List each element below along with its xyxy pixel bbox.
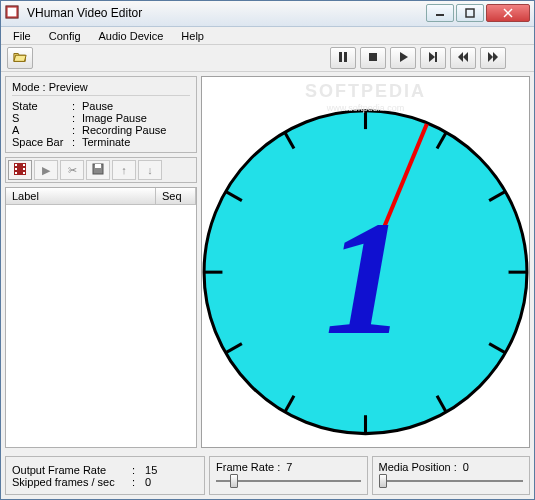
left-column: Mode : Preview State:Pause S:Image Pause… — [1, 72, 201, 452]
maximize-button[interactable] — [456, 4, 484, 22]
a-value: Recording Pause — [82, 124, 166, 136]
skipped-value: 0 — [145, 476, 151, 488]
rewind-button[interactable] — [450, 47, 476, 69]
svg-rect-18 — [15, 168, 17, 170]
media-pos-value: 0 — [463, 461, 469, 473]
pause-icon — [337, 51, 349, 65]
content-area: Mode : Preview State:Pause S:Image Pause… — [1, 72, 534, 452]
window-title: VHuman Video Editor — [27, 6, 426, 20]
bottom-bar: Output Frame Rate: 15 Skipped frames / s… — [1, 452, 534, 499]
output-rate-value: 15 — [145, 464, 157, 476]
arrow-up-icon: ↑ — [121, 164, 127, 176]
svg-rect-1 — [8, 8, 17, 17]
clip-list: Label Seq — [5, 187, 197, 448]
stop-icon — [367, 51, 379, 65]
a-key: A — [12, 124, 72, 136]
mode-panel: Mode : Preview State:Pause S:Image Pause… — [5, 76, 197, 153]
output-rate-label: Output Frame Rate — [12, 464, 132, 476]
svg-rect-17 — [15, 164, 17, 166]
play-clip-button[interactable]: ▶ — [34, 160, 58, 180]
move-down-button[interactable]: ↓ — [138, 160, 162, 180]
arrow-down-icon: ↓ — [147, 164, 153, 176]
close-button[interactable] — [486, 4, 530, 22]
svg-marker-13 — [463, 52, 468, 62]
menu-file[interactable]: File — [5, 28, 39, 44]
frame-rate-value: 7 — [286, 461, 292, 473]
space-key: Space Bar — [12, 136, 72, 148]
step-button[interactable] — [420, 47, 446, 69]
play-icon — [397, 51, 409, 65]
s-key: S — [12, 112, 72, 124]
open-file-button[interactable] — [7, 47, 33, 69]
preview-pane: SOFTPEDIA www.softpedia.com — [201, 72, 534, 452]
folder-open-icon — [13, 50, 27, 66]
minimize-button[interactable] — [426, 4, 454, 22]
list-body[interactable] — [6, 205, 196, 447]
media-pos-label: Media Position : — [379, 461, 457, 473]
step-forward-icon — [427, 51, 439, 65]
media-position-slider[interactable] — [379, 473, 524, 490]
svg-marker-12 — [458, 52, 463, 62]
svg-marker-14 — [488, 52, 493, 62]
menubar: File Config Audio Device Help — [1, 27, 534, 46]
svg-marker-15 — [493, 52, 498, 62]
playback-controls — [330, 47, 508, 69]
watermark: SOFTPEDIA — [305, 81, 426, 102]
svg-rect-3 — [466, 9, 474, 17]
menu-help[interactable]: Help — [173, 28, 212, 44]
svg-marker-9 — [400, 52, 408, 62]
svg-marker-10 — [429, 52, 435, 62]
frame-rate-slider[interactable] — [216, 473, 361, 490]
mode-header: Mode : Preview — [12, 81, 190, 96]
countdown-clock: 1 — [202, 77, 529, 447]
svg-rect-21 — [23, 168, 25, 170]
state-key: State — [12, 100, 72, 112]
film-icon — [13, 162, 27, 178]
play-button[interactable] — [390, 47, 416, 69]
watermark-url: www.softpedia.com — [327, 103, 405, 113]
frame-rate-label: Frame Rate : — [216, 461, 280, 473]
fast-forward-button[interactable] — [480, 47, 506, 69]
play-small-icon: ▶ — [42, 164, 50, 177]
cut-button[interactable]: ✂ — [60, 160, 84, 180]
svg-rect-7 — [344, 52, 347, 62]
app-icon — [5, 5, 21, 21]
save-icon — [92, 163, 104, 177]
col-seq[interactable]: Seq — [156, 188, 196, 204]
output-stats-panel: Output Frame Rate: 15 Skipped frames / s… — [5, 456, 205, 495]
cut-icon: ✂ — [68, 164, 77, 177]
pause-button[interactable] — [330, 47, 356, 69]
rewind-icon — [457, 51, 469, 65]
space-value: Terminate — [82, 136, 130, 148]
menu-audio-device[interactable]: Audio Device — [91, 28, 172, 44]
frame-rate-panel: Frame Rate : 7 — [209, 456, 368, 495]
col-label[interactable]: Label — [6, 188, 156, 204]
stop-button[interactable] — [360, 47, 386, 69]
list-header: Label Seq — [6, 188, 196, 205]
svg-rect-22 — [23, 172, 25, 174]
skipped-label: Skipped frames / sec — [12, 476, 132, 488]
fast-forward-icon — [487, 51, 499, 65]
svg-rect-24 — [95, 164, 101, 168]
move-up-button[interactable]: ↑ — [112, 160, 136, 180]
clip-toolbar: ▶ ✂ ↑ ↓ — [5, 157, 197, 183]
film-button[interactable] — [8, 160, 32, 180]
preview-canvas: SOFTPEDIA www.softpedia.com — [201, 76, 530, 448]
s-value: Image Pause — [82, 112, 147, 124]
svg-rect-19 — [15, 172, 17, 174]
media-position-panel: Media Position : 0 — [372, 456, 531, 495]
save-clip-button[interactable] — [86, 160, 110, 180]
state-value: Pause — [82, 100, 113, 112]
toolbar — [1, 45, 534, 72]
app-window: VHuman Video Editor File Config Audio De… — [0, 0, 535, 500]
countdown-digit: 1 — [325, 188, 407, 369]
svg-rect-8 — [369, 53, 377, 61]
svg-rect-11 — [435, 52, 437, 62]
svg-rect-20 — [23, 164, 25, 166]
titlebar: VHuman Video Editor — [1, 1, 534, 27]
svg-rect-6 — [339, 52, 342, 62]
menu-config[interactable]: Config — [41, 28, 89, 44]
